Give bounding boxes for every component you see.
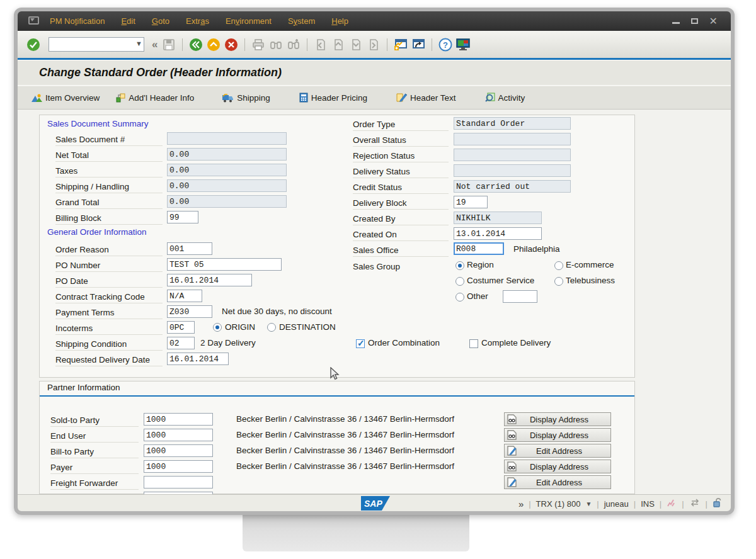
freight-forwarder-field[interactable]: [144, 476, 213, 488]
menu-edit[interactable]: Edit: [121, 16, 135, 26]
display-address-button[interactable]: Display Address: [504, 412, 611, 426]
other-radio[interactable]: [455, 293, 464, 302]
shipping-button[interactable]: Shipping: [222, 93, 270, 103]
end-user-field[interactable]: [144, 429, 213, 441]
contract-tracking-code-field[interactable]: [167, 290, 202, 302]
maximize-button[interactable]: [691, 18, 698, 24]
header-pricing-button[interactable]: Header Pricing: [299, 93, 367, 103]
help-icon[interactable]: ?: [438, 37, 453, 52]
new-session-icon[interactable]: [393, 37, 408, 52]
delivery-status-field[interactable]: [454, 164, 571, 177]
payer-label: Payer: [50, 461, 139, 474]
activity-icon: [485, 93, 495, 103]
activity-button[interactable]: Activity: [485, 93, 525, 103]
back-icon[interactable]: [188, 37, 203, 52]
overall-status-field[interactable]: [454, 133, 571, 145]
menu-pm-notification[interactable]: PM Notification: [50, 16, 105, 26]
ecommerce-radio[interactable]: [554, 261, 563, 270]
freight-forwarder-label: Freight Forwarder: [50, 477, 139, 490]
exit-icon[interactable]: [206, 37, 221, 52]
data-transfer-icon[interactable]: [689, 499, 701, 509]
menu-environment[interactable]: Environment: [226, 16, 272, 26]
menu-extras[interactable]: Extras: [186, 16, 209, 26]
complete-delivery-checkbox[interactable]: [469, 339, 478, 348]
display-address-button[interactable]: Display Address: [504, 428, 611, 442]
end-user-address: Becker Berlin / Calvinstrasse 36 / 13467…: [236, 429, 454, 441]
performance-icon[interactable]: [667, 499, 677, 509]
first-page-icon[interactable]: [313, 37, 328, 52]
po-date-field[interactable]: [167, 274, 252, 286]
taxes-field[interactable]: [167, 164, 287, 176]
display-address-button[interactable]: Display Address: [504, 460, 611, 473]
header-text-button[interactable]: Header Text: [396, 93, 456, 103]
find-next-icon[interactable]: [286, 37, 301, 52]
edit-address-button[interactable]: Edit Address: [504, 444, 611, 458]
order-reason-field[interactable]: [167, 242, 212, 255]
monitor-stand: [243, 514, 469, 551]
order-combination-checkbox[interactable]: [356, 339, 365, 348]
enter-icon[interactable]: [26, 37, 41, 52]
payment-terms-note: Net due 30 days, no discount: [222, 305, 332, 318]
shipping-condition-note: 2 Day Delivery: [200, 337, 256, 349]
payment-terms-field[interactable]: [167, 305, 212, 318]
collapse-toolbar-icon[interactable]: «: [152, 38, 158, 51]
statusbar-overflow-button[interactable]: »: [518, 499, 524, 509]
system-info-field[interactable]: TRX (1) 800: [536, 499, 581, 509]
command-dropdown-icon[interactable]: ▼: [135, 40, 142, 47]
telebusiness-radio[interactable]: [554, 277, 563, 286]
order-combination-label: Order Combination: [368, 338, 440, 347]
credit-status-field[interactable]: [454, 180, 571, 193]
previous-page-icon[interactable]: [331, 37, 346, 52]
session-icon[interactable]: [26, 13, 41, 28]
grand-total-field[interactable]: [167, 195, 287, 208]
payer-field[interactable]: [144, 460, 213, 473]
print-icon[interactable]: [251, 37, 266, 52]
costumer-service-radio[interactable]: [455, 277, 464, 286]
billing-block-field[interactable]: [167, 211, 198, 223]
bill-to-party-field[interactable]: [144, 444, 213, 457]
menu-system[interactable]: System: [288, 16, 315, 26]
region-radio-label: Region: [467, 260, 494, 269]
shipping-condition-field[interactable]: [167, 337, 195, 349]
gui-settings-icon[interactable]: [455, 37, 471, 52]
minimize-button[interactable]: [672, 22, 680, 24]
created-by-field[interactable]: [454, 212, 542, 224]
create-shortcut-icon[interactable]: [411, 37, 426, 52]
shipping-handling-label: Shipping / Handling: [55, 181, 163, 193]
delivery-block-field[interactable]: [454, 196, 488, 208]
item-overview-button[interactable]: Item Overview: [32, 93, 100, 103]
sales-document-number-field[interactable]: [167, 132, 287, 145]
po-number-field[interactable]: [167, 258, 282, 271]
ecommerce-radio-label: E-commerce: [566, 260, 614, 269]
sales-office-field[interactable]: [454, 242, 504, 255]
last-page-icon[interactable]: [366, 37, 381, 52]
sales-office-label: Sales Office: [353, 244, 449, 257]
system-info-dropdown-icon[interactable]: ▼: [585, 500, 592, 507]
region-radio[interactable]: [455, 261, 464, 270]
addl-header-info-button[interactable]: Add'l Header Info: [116, 93, 194, 103]
sold-to-party-field[interactable]: [144, 413, 213, 426]
lock-icon[interactable]: [713, 497, 723, 510]
rejection-status-field[interactable]: [454, 149, 571, 161]
application-toolbar: Item Overview Add'l Header Info Shipping…: [17, 86, 731, 110]
shipping-handling-field[interactable]: [167, 179, 287, 192]
incoterms-field[interactable]: [167, 321, 195, 334]
mouse-cursor: [330, 367, 340, 383]
other-sales-group-field[interactable]: [503, 290, 537, 303]
save-icon[interactable]: [161, 37, 176, 52]
created-on-field[interactable]: [454, 227, 542, 240]
origin-radio[interactable]: [213, 323, 222, 332]
insert-mode-indicator[interactable]: INS: [641, 499, 655, 509]
menu-help[interactable]: Help: [331, 16, 348, 26]
edit-address-button[interactable]: Edit Address: [504, 475, 611, 489]
destination-radio[interactable]: [267, 323, 276, 332]
order-type-field[interactable]: [454, 117, 571, 130]
cancel-icon[interactable]: [224, 37, 239, 52]
close-button[interactable]: ✕: [709, 15, 718, 27]
find-icon[interactable]: [268, 37, 284, 52]
next-page-icon[interactable]: [348, 37, 364, 52]
net-total-field[interactable]: [167, 148, 287, 161]
command-field[interactable]: [49, 37, 144, 52]
requested-delivery-date-field[interactable]: [167, 353, 229, 365]
menu-goto[interactable]: Goto: [152, 16, 169, 26]
